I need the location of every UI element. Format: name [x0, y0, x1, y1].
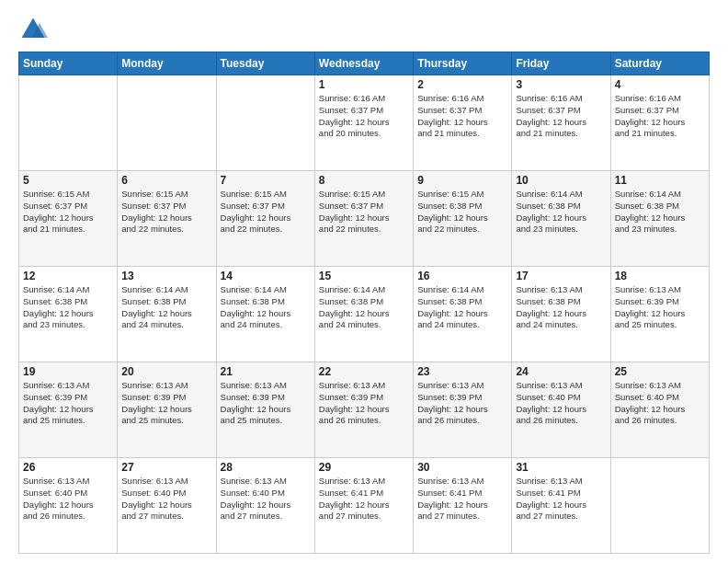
weekday-header-thursday: Thursday — [414, 52, 512, 75]
day-cell-17: 17Sunrise: 6:13 AM Sunset: 6:38 PM Dayli… — [512, 267, 610, 362]
day-number: 10 — [516, 174, 606, 187]
day-cell-31: 31Sunrise: 6:13 AM Sunset: 6:41 PM Dayli… — [512, 458, 610, 554]
day-cell-21: 21Sunrise: 6:13 AM Sunset: 6:39 PM Dayli… — [216, 362, 314, 458]
day-cell-10: 10Sunrise: 6:14 AM Sunset: 6:38 PM Dayli… — [512, 171, 610, 267]
day-number: 13 — [121, 270, 211, 282]
day-cell-4: 4Sunrise: 6:16 AM Sunset: 6:37 PM Daylig… — [610, 75, 709, 171]
day-cell-12: 12Sunrise: 6:14 AM Sunset: 6:38 PM Dayli… — [19, 267, 118, 362]
day-info: Sunrise: 6:13 AM Sunset: 6:40 PM Dayligh… — [23, 476, 113, 523]
day-info: Sunrise: 6:14 AM Sunset: 6:38 PM Dayligh… — [23, 284, 113, 331]
day-number: 27 — [121, 461, 211, 474]
day-number: 31 — [516, 461, 606, 474]
day-info: Sunrise: 6:15 AM Sunset: 6:37 PM Dayligh… — [319, 189, 409, 236]
weekday-header-saturday: Saturday — [610, 52, 709, 75]
day-cell-27: 27Sunrise: 6:13 AM Sunset: 6:40 PM Dayli… — [118, 458, 216, 554]
day-cell-5: 5Sunrise: 6:15 AM Sunset: 6:37 PM Daylig… — [19, 171, 118, 267]
day-number: 30 — [417, 461, 507, 474]
day-number: 1 — [319, 78, 409, 91]
day-cell-16: 16Sunrise: 6:14 AM Sunset: 6:38 PM Dayli… — [414, 267, 512, 362]
logo — [18, 15, 51, 44]
empty-cell — [216, 75, 314, 171]
day-info: Sunrise: 6:14 AM Sunset: 6:38 PM Dayligh… — [319, 284, 409, 331]
day-number: 4 — [615, 78, 705, 91]
day-cell-13: 13Sunrise: 6:14 AM Sunset: 6:38 PM Dayli… — [118, 267, 216, 362]
page: SundayMondayTuesdayWednesdayThursdayFrid… — [0, 0, 728, 563]
day-cell-11: 11Sunrise: 6:14 AM Sunset: 6:38 PM Dayli… — [610, 171, 709, 267]
day-cell-22: 22Sunrise: 6:13 AM Sunset: 6:39 PM Dayli… — [314, 362, 413, 458]
day-info: Sunrise: 6:13 AM Sunset: 6:41 PM Dayligh… — [319, 476, 409, 523]
day-info: Sunrise: 6:14 AM Sunset: 6:38 PM Dayligh… — [615, 189, 705, 236]
day-cell-8: 8Sunrise: 6:15 AM Sunset: 6:37 PM Daylig… — [314, 171, 413, 267]
day-info: Sunrise: 6:16 AM Sunset: 6:37 PM Dayligh… — [417, 93, 507, 140]
day-number: 18 — [615, 270, 705, 282]
day-info: Sunrise: 6:13 AM Sunset: 6:41 PM Dayligh… — [516, 476, 606, 523]
day-number: 6 — [121, 174, 211, 187]
day-cell-7: 7Sunrise: 6:15 AM Sunset: 6:37 PM Daylig… — [216, 171, 314, 267]
weekday-header-wednesday: Wednesday — [314, 52, 413, 75]
day-number: 5 — [23, 174, 113, 187]
day-info: Sunrise: 6:13 AM Sunset: 6:40 PM Dayligh… — [615, 380, 705, 427]
week-row-4: 26Sunrise: 6:13 AM Sunset: 6:40 PM Dayli… — [19, 458, 710, 554]
day-cell-25: 25Sunrise: 6:13 AM Sunset: 6:40 PM Dayli… — [610, 362, 709, 458]
day-info: Sunrise: 6:16 AM Sunset: 6:37 PM Dayligh… — [319, 93, 409, 140]
day-number: 15 — [319, 270, 409, 282]
day-number: 20 — [121, 365, 211, 378]
day-cell-19: 19Sunrise: 6:13 AM Sunset: 6:39 PM Dayli… — [19, 362, 118, 458]
day-number: 19 — [23, 365, 113, 378]
day-number: 22 — [319, 365, 409, 378]
day-info: Sunrise: 6:16 AM Sunset: 6:37 PM Dayligh… — [516, 93, 606, 140]
day-number: 2 — [417, 78, 507, 91]
day-cell-20: 20Sunrise: 6:13 AM Sunset: 6:39 PM Dayli… — [118, 362, 216, 458]
day-number: 7 — [221, 174, 311, 187]
day-info: Sunrise: 6:13 AM Sunset: 6:40 PM Dayligh… — [516, 380, 606, 427]
day-number: 24 — [516, 365, 606, 378]
day-cell-14: 14Sunrise: 6:14 AM Sunset: 6:38 PM Dayli… — [216, 267, 314, 362]
week-row-1: 5Sunrise: 6:15 AM Sunset: 6:37 PM Daylig… — [19, 171, 710, 267]
header — [18, 15, 710, 44]
day-number: 11 — [615, 174, 705, 187]
day-info: Sunrise: 6:13 AM Sunset: 6:39 PM Dayligh… — [121, 380, 211, 427]
day-info: Sunrise: 6:13 AM Sunset: 6:39 PM Dayligh… — [23, 380, 113, 427]
day-info: Sunrise: 6:13 AM Sunset: 6:38 PM Dayligh… — [516, 284, 606, 331]
day-info: Sunrise: 6:14 AM Sunset: 6:38 PM Dayligh… — [121, 284, 211, 331]
day-cell-9: 9Sunrise: 6:15 AM Sunset: 6:38 PM Daylig… — [414, 171, 512, 267]
day-cell-24: 24Sunrise: 6:13 AM Sunset: 6:40 PM Dayli… — [512, 362, 610, 458]
day-info: Sunrise: 6:14 AM Sunset: 6:38 PM Dayligh… — [221, 284, 311, 331]
day-number: 23 — [417, 365, 507, 378]
day-number: 26 — [23, 461, 113, 474]
day-cell-1: 1Sunrise: 6:16 AM Sunset: 6:37 PM Daylig… — [314, 75, 413, 171]
day-cell-2: 2Sunrise: 6:16 AM Sunset: 6:37 PM Daylig… — [414, 75, 512, 171]
day-number: 3 — [516, 78, 606, 91]
day-number: 16 — [417, 270, 507, 282]
weekday-header-friday: Friday — [512, 52, 610, 75]
day-info: Sunrise: 6:13 AM Sunset: 6:39 PM Dayligh… — [319, 380, 409, 427]
day-cell-30: 30Sunrise: 6:13 AM Sunset: 6:41 PM Dayli… — [414, 458, 512, 554]
day-cell-3: 3Sunrise: 6:16 AM Sunset: 6:37 PM Daylig… — [512, 75, 610, 171]
day-number: 28 — [221, 461, 311, 474]
weekday-header-monday: Monday — [118, 52, 216, 75]
day-number: 14 — [221, 270, 311, 282]
empty-cell — [610, 458, 709, 554]
empty-cell — [19, 75, 118, 171]
weekday-header-row: SundayMondayTuesdayWednesdayThursdayFrid… — [19, 52, 710, 75]
day-info: Sunrise: 6:15 AM Sunset: 6:37 PM Dayligh… — [23, 189, 113, 236]
day-info: Sunrise: 6:16 AM Sunset: 6:37 PM Dayligh… — [615, 93, 705, 140]
day-info: Sunrise: 6:13 AM Sunset: 6:40 PM Dayligh… — [121, 476, 211, 523]
day-info: Sunrise: 6:13 AM Sunset: 6:41 PM Dayligh… — [417, 476, 507, 523]
day-info: Sunrise: 6:15 AM Sunset: 6:38 PM Dayligh… — [417, 189, 507, 236]
day-number: 12 — [23, 270, 113, 282]
week-row-0: 1Sunrise: 6:16 AM Sunset: 6:37 PM Daylig… — [19, 75, 710, 171]
day-info: Sunrise: 6:14 AM Sunset: 6:38 PM Dayligh… — [516, 189, 606, 236]
week-row-3: 19Sunrise: 6:13 AM Sunset: 6:39 PM Dayli… — [19, 362, 710, 458]
day-info: Sunrise: 6:13 AM Sunset: 6:40 PM Dayligh… — [221, 476, 311, 523]
day-number: 25 — [615, 365, 705, 378]
day-cell-23: 23Sunrise: 6:13 AM Sunset: 6:39 PM Dayli… — [414, 362, 512, 458]
week-row-2: 12Sunrise: 6:14 AM Sunset: 6:38 PM Dayli… — [19, 267, 710, 362]
weekday-header-tuesday: Tuesday — [216, 52, 314, 75]
day-number: 29 — [319, 461, 409, 474]
weekday-header-sunday: Sunday — [19, 52, 118, 75]
logo-icon — [18, 15, 48, 44]
day-number: 9 — [417, 174, 507, 187]
calendar: SundayMondayTuesdayWednesdayThursdayFrid… — [18, 52, 710, 554]
day-cell-6: 6Sunrise: 6:15 AM Sunset: 6:37 PM Daylig… — [118, 171, 216, 267]
